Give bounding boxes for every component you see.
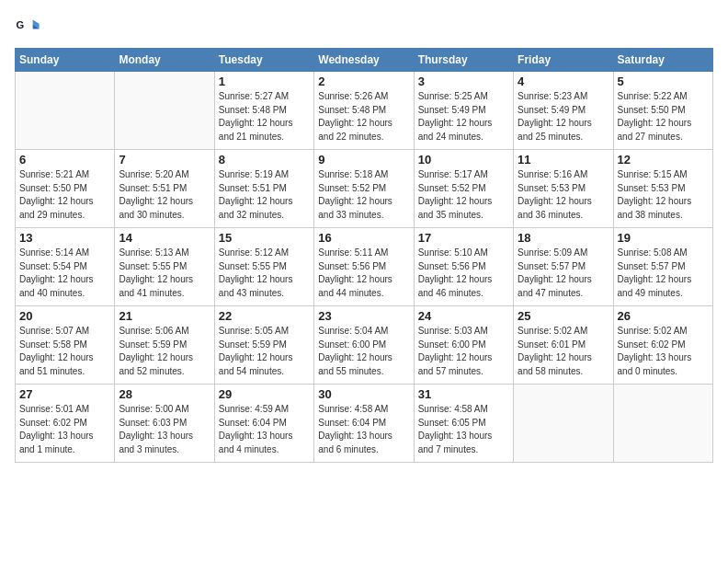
calendar-cell: 5Sunrise: 5:22 AMSunset: 5:50 PMDaylight… [613,72,712,150]
day-info: Sunrise: 5:01 AMSunset: 6:02 PMDaylight:… [19,403,110,456]
day-number: 14 [119,231,210,245]
day-number: 11 [518,153,609,167]
calendar-cell [16,72,115,150]
calendar-cell: 8Sunrise: 5:19 AMSunset: 5:51 PMDaylight… [214,150,313,228]
calendar-header: G [15,15,713,40]
day-number: 7 [119,153,210,167]
calendar-cell: 22Sunrise: 5:05 AMSunset: 5:59 PMDayligh… [214,306,313,385]
calendar-cell: 2Sunrise: 5:26 AMSunset: 5:48 PMDaylight… [314,72,414,150]
calendar-cell: 3Sunrise: 5:25 AMSunset: 5:49 PMDaylight… [414,72,513,150]
calendar-cell: 12Sunrise: 5:15 AMSunset: 5:53 PMDayligh… [613,150,712,228]
calendar-cell: 4Sunrise: 5:23 AMSunset: 5:49 PMDaylight… [514,72,613,150]
logo-icon: G [15,15,40,40]
day-number: 3 [418,75,509,88]
calendar-cell: 6Sunrise: 5:21 AMSunset: 5:50 PMDaylight… [16,150,115,228]
day-of-week-header: Tuesday [214,49,313,72]
day-info: Sunrise: 5:12 AMSunset: 5:55 PMDaylight:… [219,247,310,300]
calendar-cell: 20Sunrise: 5:07 AMSunset: 5:58 PMDayligh… [16,306,115,385]
calendar-cell [514,385,613,463]
calendar-cell: 10Sunrise: 5:17 AMSunset: 5:52 PMDayligh… [414,150,513,228]
day-info: Sunrise: 5:23 AMSunset: 5:49 PMDaylight:… [518,90,609,144]
day-number: 2 [318,75,409,88]
day-info: Sunrise: 5:04 AMSunset: 6:00 PMDaylight:… [318,325,409,378]
day-info: Sunrise: 5:03 AMSunset: 6:00 PMDaylight:… [418,325,509,378]
day-info: Sunrise: 5:05 AMSunset: 5:59 PMDaylight:… [219,325,310,378]
day-number: 16 [318,231,409,245]
calendar-cell: 24Sunrise: 5:03 AMSunset: 6:00 PMDayligh… [414,306,513,385]
day-of-week-header: Wednesday [314,49,414,72]
day-info: Sunrise: 4:58 AMSunset: 6:04 PMDaylight:… [318,403,409,456]
day-info: Sunrise: 5:11 AMSunset: 5:56 PMDaylight:… [318,247,409,300]
calendar-cell: 27Sunrise: 5:01 AMSunset: 6:02 PMDayligh… [16,385,115,463]
calendar-cell: 15Sunrise: 5:12 AMSunset: 5:55 PMDayligh… [214,228,313,306]
day-info: Sunrise: 5:14 AMSunset: 5:54 PMDaylight:… [19,247,110,300]
calendar-week-row: 27Sunrise: 5:01 AMSunset: 6:02 PMDayligh… [16,385,713,463]
day-info: Sunrise: 5:15 AMSunset: 5:53 PMDaylight:… [618,168,709,222]
day-number: 26 [618,309,709,323]
day-info: Sunrise: 4:58 AMSunset: 6:05 PMDaylight:… [418,403,509,456]
day-number: 12 [618,153,709,167]
calendar-cell: 25Sunrise: 5:02 AMSunset: 6:01 PMDayligh… [514,306,613,385]
day-info: Sunrise: 5:02 AMSunset: 6:01 PMDaylight:… [518,325,609,378]
day-number: 6 [19,153,110,167]
calendar-cell: 11Sunrise: 5:16 AMSunset: 5:53 PMDayligh… [514,150,613,228]
calendar-week-row: 1Sunrise: 5:27 AMSunset: 5:48 PMDaylight… [16,72,713,150]
day-number: 4 [518,75,609,88]
calendar-cell: 17Sunrise: 5:10 AMSunset: 5:56 PMDayligh… [414,228,513,306]
calendar-cell: 28Sunrise: 5:00 AMSunset: 6:03 PMDayligh… [115,385,214,463]
day-number: 1 [219,75,310,88]
day-info: Sunrise: 5:22 AMSunset: 5:50 PMDaylight:… [618,90,709,144]
calendar-cell: 14Sunrise: 5:13 AMSunset: 5:55 PMDayligh… [115,228,214,306]
calendar-cell [115,72,214,150]
logo: G [15,15,44,40]
day-info: Sunrise: 5:08 AMSunset: 5:57 PMDaylight:… [618,247,709,300]
calendar-cell: 29Sunrise: 4:59 AMSunset: 6:04 PMDayligh… [214,385,313,463]
day-of-week-header: Thursday [414,49,513,72]
calendar-table: SundayMondayTuesdayWednesdayThursdayFrid… [15,48,713,463]
calendar-cell: 21Sunrise: 5:06 AMSunset: 5:59 PMDayligh… [115,306,214,385]
day-info: Sunrise: 5:02 AMSunset: 6:02 PMDaylight:… [618,325,709,378]
day-number: 9 [318,153,409,167]
day-info: Sunrise: 5:09 AMSunset: 5:57 PMDaylight:… [518,247,609,300]
calendar-cell: 7Sunrise: 5:20 AMSunset: 5:51 PMDaylight… [115,150,214,228]
day-info: Sunrise: 5:00 AMSunset: 6:03 PMDaylight:… [119,403,210,456]
day-number: 22 [219,309,310,323]
day-number: 24 [418,309,509,323]
day-number: 30 [318,387,409,401]
day-info: Sunrise: 5:18 AMSunset: 5:52 PMDaylight:… [318,168,409,222]
day-info: Sunrise: 5:06 AMSunset: 5:59 PMDaylight:… [119,325,210,378]
day-info: Sunrise: 5:27 AMSunset: 5:48 PMDaylight:… [219,90,310,144]
calendar-header-row: SundayMondayTuesdayWednesdayThursdayFrid… [16,49,713,72]
day-number: 17 [418,231,509,245]
day-number: 8 [219,153,310,167]
day-info: Sunrise: 5:17 AMSunset: 5:52 PMDaylight:… [418,168,509,222]
calendar-cell [613,385,712,463]
day-number: 27 [19,387,110,401]
day-number: 10 [418,153,509,167]
calendar-cell: 16Sunrise: 5:11 AMSunset: 5:56 PMDayligh… [314,228,414,306]
day-info: Sunrise: 5:16 AMSunset: 5:53 PMDaylight:… [518,168,609,222]
calendar-cell: 18Sunrise: 5:09 AMSunset: 5:57 PMDayligh… [514,228,613,306]
calendar-cell: 13Sunrise: 5:14 AMSunset: 5:54 PMDayligh… [16,228,115,306]
day-number: 21 [119,309,210,323]
day-info: Sunrise: 4:59 AMSunset: 6:04 PMDaylight:… [219,403,310,456]
day-number: 18 [518,231,609,245]
day-info: Sunrise: 5:21 AMSunset: 5:50 PMDaylight:… [19,168,110,222]
calendar-cell: 26Sunrise: 5:02 AMSunset: 6:02 PMDayligh… [613,306,712,385]
calendar-cell: 9Sunrise: 5:18 AMSunset: 5:52 PMDaylight… [314,150,414,228]
calendar-cell: 31Sunrise: 4:58 AMSunset: 6:05 PMDayligh… [414,385,513,463]
calendar-week-row: 6Sunrise: 5:21 AMSunset: 5:50 PMDaylight… [16,150,713,228]
day-info: Sunrise: 5:25 AMSunset: 5:49 PMDaylight:… [418,90,509,144]
day-info: Sunrise: 5:13 AMSunset: 5:55 PMDaylight:… [119,247,210,300]
day-number: 13 [19,231,110,245]
day-of-week-header: Monday [115,49,214,72]
day-info: Sunrise: 5:26 AMSunset: 5:48 PMDaylight:… [318,90,409,144]
calendar-cell: 19Sunrise: 5:08 AMSunset: 5:57 PMDayligh… [613,228,712,306]
day-number: 19 [618,231,709,245]
calendar-week-row: 13Sunrise: 5:14 AMSunset: 5:54 PMDayligh… [16,228,713,306]
day-number: 20 [19,309,110,323]
day-number: 23 [318,309,409,323]
day-number: 25 [518,309,609,323]
day-number: 15 [219,231,310,245]
day-number: 5 [618,75,709,88]
